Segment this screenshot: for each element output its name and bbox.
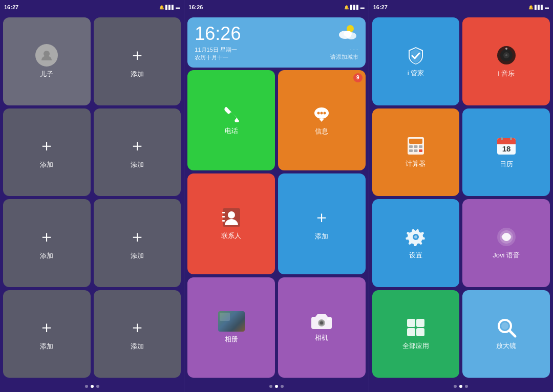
phone-call-icon xyxy=(222,105,241,123)
tile-add-6[interactable]: ＋ 添加 xyxy=(3,290,91,378)
plus-icon-phone2: ＋ xyxy=(313,206,330,229)
tile-jovi[interactable]: Jovi 语音 xyxy=(462,199,550,287)
tile-add-2[interactable]: ＋ 添加 xyxy=(3,108,91,197)
tile-add4-label: 添加 xyxy=(40,251,53,260)
svg-rect-29 xyxy=(409,149,413,152)
tile-album[interactable]: 相册 xyxy=(187,277,275,378)
tile-phone[interactable]: 电话 xyxy=(187,70,275,170)
contact-avatar xyxy=(35,44,58,67)
tile-calculator[interactable]: 计算器 xyxy=(372,108,460,197)
tile-add1-label: 添加 xyxy=(131,70,144,79)
tile-add2-label: 添加 xyxy=(40,160,53,169)
tile-add-1[interactable]: ＋ 添加 xyxy=(94,17,181,105)
phone3-grid: i 管家 i 音乐 xyxy=(372,17,550,378)
tile-add-phone2-label: 添加 xyxy=(315,232,328,241)
phone2-screen: 16:26 11月15日 星期一 农历十月十一 - - - 请添加城市 xyxy=(184,14,368,381)
svg-line-49 xyxy=(509,331,515,336)
weather-date-row: 11月15日 星期一 农历十月十一 - - - 请添加城市 xyxy=(195,46,358,61)
wifi-icon: ▋▋▋ xyxy=(165,5,175,10)
dot-7 xyxy=(454,385,457,388)
phone3-screen: i 管家 i 音乐 xyxy=(369,14,553,381)
svg-rect-11 xyxy=(222,212,225,213)
svg-point-23 xyxy=(505,48,507,50)
tile-son[interactable]: 儿子 xyxy=(3,17,91,105)
tile-jovi-label: Jovi 语音 xyxy=(493,251,520,260)
status-bar-3: 16:27 🔔 ▋▋▋ ▬ xyxy=(369,0,553,14)
plus-icon-4: ＋ xyxy=(38,226,55,248)
svg-point-4 xyxy=(344,31,352,37)
svg-rect-18 xyxy=(327,318,330,320)
tile-settings-label: 设置 xyxy=(409,251,422,260)
svg-rect-12 xyxy=(222,216,225,217)
svg-rect-25 xyxy=(409,139,422,144)
tile-message-label: 信息 xyxy=(315,127,328,136)
plus-icon-3: ＋ xyxy=(129,135,145,157)
contacts-icon xyxy=(221,207,242,228)
status-bar-1: 16:27 🔔 ▋▋▋ ▬ xyxy=(0,0,184,14)
svg-point-22 xyxy=(505,54,507,56)
bottom-dots-1 xyxy=(0,381,184,392)
calculator-icon xyxy=(406,136,426,156)
wifi-icon-3: ▋▋▋ xyxy=(535,5,544,10)
tile-camera[interactable]: 相机 xyxy=(278,277,366,378)
svg-rect-13 xyxy=(222,220,225,222)
tile-add7-label: 添加 xyxy=(131,342,144,351)
tile-album-label: 相册 xyxy=(225,335,238,344)
plus-icon: ＋ xyxy=(129,44,145,67)
jovi-icon xyxy=(496,226,517,248)
album-thumbnail xyxy=(218,311,245,332)
tile-magnifier[interactable]: 放大镜 xyxy=(462,290,550,378)
dot-6 xyxy=(281,385,284,388)
svg-text:18: 18 xyxy=(502,144,511,153)
dot-2 xyxy=(91,385,94,388)
tile-settings[interactable]: 设置 xyxy=(372,199,460,287)
tile-message[interactable]: 9 信息 xyxy=(278,70,366,170)
tile-add-4[interactable]: ＋ 添加 xyxy=(3,199,91,287)
status-time-2: 16:26 xyxy=(188,4,203,10)
weather-widget[interactable]: 16:26 11月15日 星期一 农历十月十一 - - - 请添加城市 xyxy=(187,17,365,68)
plus-icon-2: ＋ xyxy=(38,135,55,157)
svg-rect-46 xyxy=(416,328,424,336)
notification-icon-2: 🔔 xyxy=(344,5,349,10)
allapps-icon xyxy=(405,317,427,338)
plus-icon-6: ＋ xyxy=(38,316,55,339)
tile-contacts[interactable]: 联系人 xyxy=(187,173,275,274)
svg-point-39 xyxy=(414,235,417,238)
weather-date: 11月15日 星期一 xyxy=(195,46,237,54)
status-icons-3: 🔔 ▋▋▋ ▬ xyxy=(528,5,549,10)
tile-allapps[interactable]: 全部应用 xyxy=(372,290,460,378)
tile-add-7[interactable]: ＋ 添加 xyxy=(94,290,181,378)
tile-phone-label: 电话 xyxy=(225,126,238,136)
svg-rect-37 xyxy=(510,137,512,140)
status-time-3: 16:27 xyxy=(373,4,388,10)
imusic-icon xyxy=(496,45,517,66)
battery-icon-3: ▬ xyxy=(545,5,549,10)
magnifier-icon xyxy=(496,317,517,338)
tile-add5-label: 添加 xyxy=(131,251,144,260)
tile-imusic[interactable]: i 音乐 xyxy=(462,17,550,105)
tile-add-phone2[interactable]: ＋ 添加 xyxy=(278,173,366,274)
svg-point-17 xyxy=(320,321,323,324)
notification-icon-3: 🔔 xyxy=(528,5,534,10)
tile-imusic-label: i 音乐 xyxy=(498,69,515,78)
status-icons-2: 🔔 ▋▋▋ ▬ xyxy=(344,5,365,10)
settings-icon xyxy=(405,226,427,248)
tile-calendar-label: 日历 xyxy=(500,160,513,169)
tile-camera-label: 相机 xyxy=(315,333,328,342)
svg-point-8 xyxy=(324,112,326,114)
tile-allapps-label: 全部应用 xyxy=(402,341,429,351)
tile-calendar[interactable]: 18 日历 xyxy=(462,108,550,197)
tile-son-label: 儿子 xyxy=(40,70,53,79)
phone1-screen: 儿子 ＋ 添加 ＋ 添加 ＋ 添加 xyxy=(0,14,184,381)
svg-rect-31 xyxy=(419,149,422,152)
phone-screen-1: 16:27 🔔 ▋▋▋ ▬ 儿子 xyxy=(0,0,184,392)
svg-rect-27 xyxy=(414,145,417,148)
weather-right: - - - 请添加城市 xyxy=(330,46,358,61)
tile-iguanjia[interactable]: i 管家 xyxy=(372,17,460,105)
tile-add-3[interactable]: ＋ 添加 xyxy=(94,108,181,197)
svg-point-7 xyxy=(321,112,323,114)
svg-rect-44 xyxy=(416,319,424,327)
tile-calculator-label: 计算器 xyxy=(406,159,426,168)
tile-add-5[interactable]: ＋ 添加 xyxy=(94,199,181,287)
phone-screen-2: 16:26 🔔 ▋▋▋ ▬ 16:26 11月15日 星期一 农历十月十一 - … xyxy=(184,0,369,392)
